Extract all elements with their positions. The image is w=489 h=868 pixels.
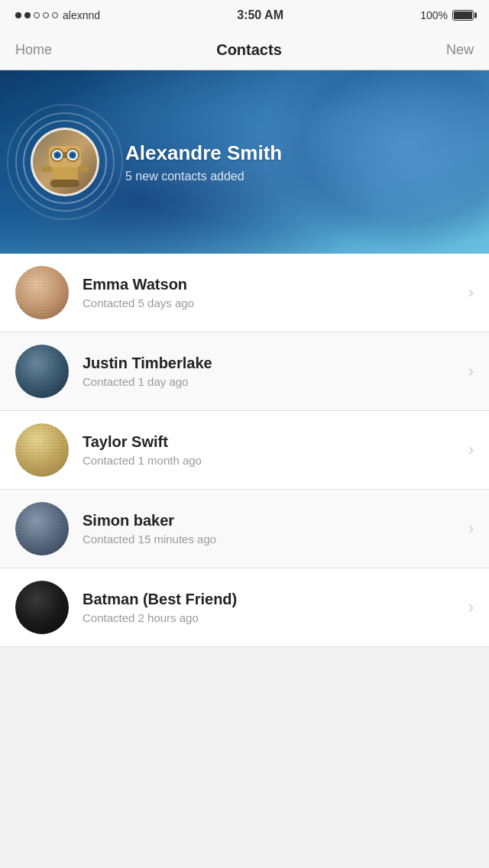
avatar-overlay	[15, 266, 69, 319]
new-button[interactable]: New	[446, 42, 474, 58]
avatar	[15, 502, 69, 555]
signal-dot-3	[34, 12, 40, 18]
status-right: 100%	[420, 9, 474, 21]
list-item[interactable]: Emma Watson Contacted 5 days ago ›	[0, 254, 489, 332]
hero-subtitle: 5 new contacts added	[125, 170, 282, 183]
carrier-label: alexnnd	[63, 9, 100, 21]
hero-avatar	[31, 128, 99, 196]
svg-point-6	[55, 153, 60, 157]
chevron-right-icon: ›	[468, 283, 474, 303]
avatar-overlay	[15, 423, 69, 477]
hero-name: Alexandre Smith	[125, 141, 282, 165]
avatar	[15, 266, 69, 319]
signal-dot-4	[43, 12, 49, 18]
contact-info: Simon baker Contacted 15 minutes ago	[83, 512, 461, 546]
avatar	[15, 581, 69, 634]
contact-list: Emma Watson Contacted 5 days ago › Justi…	[0, 254, 489, 647]
status-left: alexnnd	[15, 9, 100, 21]
contact-name: Simon baker	[83, 512, 461, 530]
svg-rect-12	[78, 166, 89, 172]
hero-info: Alexandre Smith 5 new contacts added	[125, 141, 282, 183]
wall-e-icon	[38, 135, 92, 189]
avatar-overlay	[15, 345, 69, 398]
chevron-right-icon: ›	[468, 440, 474, 460]
battery-percentage: 100%	[420, 9, 448, 21]
hero-avatar-container	[23, 120, 107, 204]
contact-last-contacted: Contacted 2 hours ago	[83, 611, 461, 624]
contact-info: Taylor Swift Contacted 1 month ago	[83, 433, 461, 467]
contact-info: Emma Watson Contacted 5 days ago	[83, 276, 461, 309]
contact-last-contacted: Contacted 1 month ago	[83, 454, 461, 467]
contact-name: Justin Timberlake	[83, 355, 461, 372]
page-title: Contacts	[216, 41, 282, 59]
signal-dot-1	[15, 12, 21, 18]
status-time: 3:50 AM	[237, 8, 283, 22]
svg-rect-10	[63, 152, 66, 158]
signal-dot-2	[24, 12, 31, 18]
list-item[interactable]: Taylor Swift Contacted 1 month ago ›	[0, 411, 489, 490]
chevron-right-icon: ›	[468, 519, 474, 539]
list-item[interactable]: Justin Timberlake Contacted 1 day ago ›	[0, 332, 489, 411]
contact-last-contacted: Contacted 1 day ago	[83, 375, 461, 388]
signal-dot-5	[52, 12, 58, 18]
signal-dots	[15, 12, 58, 18]
avatar-overlay	[15, 581, 69, 634]
svg-point-7	[70, 153, 75, 157]
avatar	[15, 345, 69, 398]
chevron-right-icon: ›	[468, 598, 474, 617]
contact-last-contacted: Contacted 5 days ago	[83, 296, 461, 309]
avatar-overlay	[15, 502, 69, 555]
contact-info: Batman (Best Friend) Contacted 2 hours a…	[83, 591, 461, 624]
battery-icon	[452, 10, 474, 21]
hero-banner: Alexandre Smith 5 new contacts added	[0, 70, 489, 254]
hero-bg-figure	[260, 70, 489, 254]
home-button[interactable]: Home	[15, 42, 52, 58]
avatar	[15, 423, 69, 477]
svg-rect-11	[41, 166, 52, 172]
contact-info: Justin Timberlake Contacted 1 day ago	[83, 355, 461, 388]
nav-bar: Home Contacts New	[0, 31, 489, 70]
contact-last-contacted: Contacted 15 minutes ago	[83, 533, 461, 546]
battery-fill	[454, 11, 472, 19]
contact-name: Emma Watson	[83, 276, 461, 293]
contact-name: Batman (Best Friend)	[83, 591, 461, 608]
list-item[interactable]: Batman (Best Friend) Contacted 2 hours a…	[0, 568, 489, 647]
list-item[interactable]: Simon baker Contacted 15 minutes ago ›	[0, 490, 489, 568]
chevron-right-icon: ›	[468, 361, 474, 381]
contact-name: Taylor Swift	[83, 433, 461, 451]
status-bar: alexnnd 3:50 AM 100%	[0, 0, 489, 31]
svg-rect-13	[50, 180, 79, 187]
